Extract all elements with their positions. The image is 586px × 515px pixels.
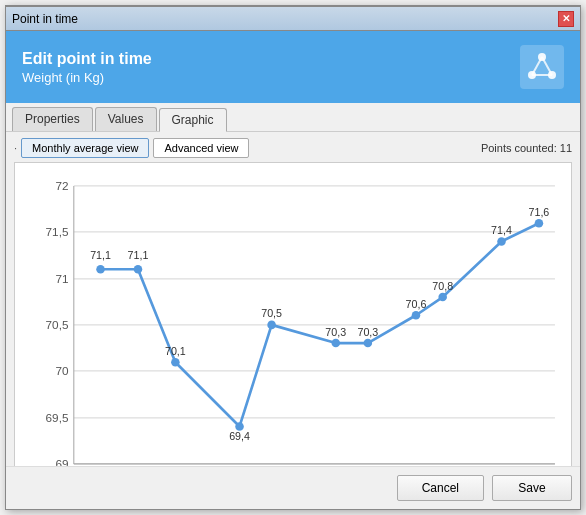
svg-text:71,4: 71,4	[491, 224, 512, 236]
svg-line-4	[542, 57, 552, 75]
view-controls: · Monthly average view Advanced view Poi…	[14, 138, 572, 158]
chart-svg: 72 71,5 71 70,5 70 69,5 69 2013-3 2013-5…	[15, 163, 571, 466]
svg-text:69: 69	[55, 457, 68, 466]
svg-text:71: 71	[55, 272, 68, 285]
content-area: · Monthly average view Advanced view Poi…	[6, 132, 580, 466]
svg-text:71,1: 71,1	[128, 249, 149, 261]
data-point	[331, 339, 340, 348]
cancel-button[interactable]: Cancel	[397, 475, 484, 501]
main-window: Point in time ✕ Edit point in time Weigh…	[5, 5, 581, 510]
svg-text:70,3: 70,3	[325, 326, 346, 338]
svg-text:70,5: 70,5	[261, 307, 282, 319]
chart-container: 72 71,5 71 70,5 70 69,5 69 2013-3 2013-5…	[14, 162, 572, 466]
svg-text:70,8: 70,8	[432, 280, 453, 292]
tab-properties[interactable]: Properties	[12, 107, 93, 131]
title-bar: Point in time ✕	[6, 7, 580, 31]
svg-line-3	[532, 57, 542, 75]
svg-text:72: 72	[55, 179, 68, 192]
header-subtitle: Weight (in Kg)	[22, 70, 152, 85]
save-button[interactable]: Save	[492, 475, 572, 501]
window-title: Point in time	[12, 12, 78, 26]
svg-text:70,1: 70,1	[165, 345, 186, 357]
tabs-bar: Properties Values Graphic	[6, 103, 580, 132]
svg-text:70,3: 70,3	[357, 326, 378, 338]
header-icon	[520, 45, 564, 89]
svg-text:70,5: 70,5	[46, 318, 69, 331]
monthly-view-button[interactable]: Monthly average view	[21, 138, 149, 158]
network-icon	[524, 49, 560, 85]
data-point	[96, 265, 105, 274]
data-point	[171, 358, 180, 367]
svg-text:71,6: 71,6	[529, 206, 550, 218]
header-title: Edit point in time	[22, 50, 152, 68]
data-point	[364, 339, 373, 348]
view-controls-left: · Monthly average view Advanced view	[14, 138, 249, 158]
svg-text:69,4: 69,4	[229, 430, 250, 442]
data-point	[497, 237, 506, 246]
svg-text:71,1: 71,1	[90, 249, 111, 261]
data-point	[438, 293, 447, 302]
svg-text:70: 70	[55, 364, 69, 377]
tab-graphic[interactable]: Graphic	[159, 108, 227, 132]
svg-text:70,6: 70,6	[406, 298, 427, 310]
data-point	[535, 219, 544, 228]
header-panel: Edit point in time Weight (in Kg)	[6, 31, 580, 103]
data-point	[134, 265, 143, 274]
data-point	[412, 311, 421, 320]
data-point	[267, 321, 276, 330]
footer: Cancel Save	[6, 466, 580, 509]
points-counted-label: Points counted: 11	[481, 142, 572, 154]
svg-text:69,5: 69,5	[46, 411, 69, 424]
header-text: Edit point in time Weight (in Kg)	[22, 50, 152, 85]
svg-text:71,5: 71,5	[46, 225, 69, 238]
dot-separator: ·	[14, 142, 17, 154]
advanced-view-button[interactable]: Advanced view	[153, 138, 249, 158]
close-button[interactable]: ✕	[558, 11, 574, 27]
tab-values[interactable]: Values	[95, 107, 157, 131]
